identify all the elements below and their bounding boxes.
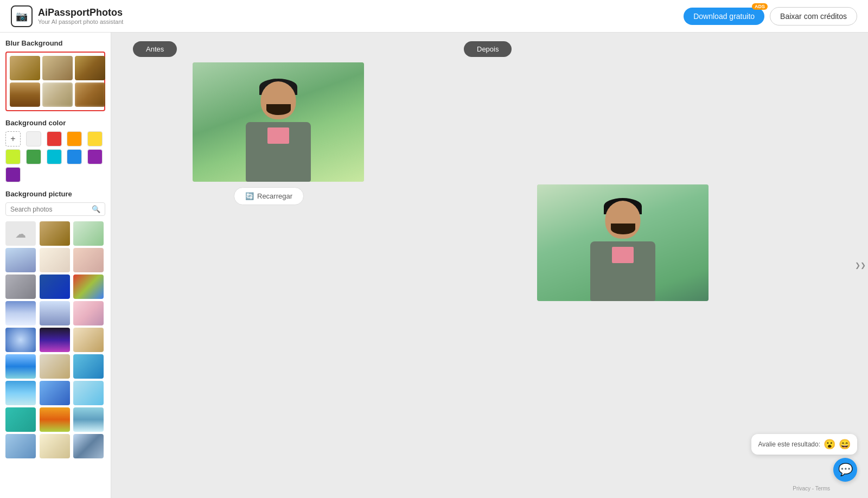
content-area: Antes Depois ❯❯	[111, 33, 868, 498]
logo-area: 📷 AiPassportPhotos Your AI passport phot…	[11, 5, 123, 27]
beard-before	[266, 104, 291, 115]
head-after	[605, 201, 641, 239]
photo-thumb-10[interactable]	[40, 301, 70, 325]
photo-thumb-22[interactable]	[40, 407, 70, 432]
photo-thumb-13[interactable]	[40, 328, 70, 352]
orange-swatch[interactable]	[67, 131, 82, 146]
search-input[interactable]	[10, 206, 92, 213]
photo-thumb-6[interactable]	[5, 274, 36, 299]
tab-after-label: Depois	[477, 45, 499, 53]
white-swatch[interactable]	[26, 131, 41, 146]
tab-after-button[interactable]: Depois	[464, 41, 512, 57]
bg-picture-title: Background picture	[5, 190, 105, 198]
photo-thumb-12[interactable]	[5, 328, 36, 352]
blue-swatch[interactable]	[67, 149, 82, 164]
photo-thumb-5[interactable]	[73, 248, 104, 272]
photo-thumb-24[interactable]	[5, 434, 36, 458]
color-grid: +	[5, 131, 105, 182]
yellow-swatch[interactable]	[87, 131, 103, 146]
blur-bg-title: Blur Background	[5, 39, 105, 47]
photo-thumb-21[interactable]	[5, 407, 36, 432]
download-button[interactable]: ADS Download gratuito	[684, 8, 764, 25]
main-layout: Blur Background Background color + Backg…	[0, 33, 868, 498]
credits-label: Baixar com créditos	[780, 12, 847, 21]
purple-swatch[interactable]	[87, 149, 103, 164]
download-label: Download gratuito	[693, 12, 755, 21]
photo-thumb-1[interactable]	[40, 221, 70, 246]
shirt-before	[267, 127, 289, 144]
blur-thumb-5[interactable]	[42, 82, 73, 107]
body-before	[246, 122, 311, 182]
lime-swatch[interactable]	[5, 149, 21, 164]
collapse-arrow[interactable]: ❯❯	[855, 261, 866, 269]
photo-thumb-4[interactable]	[40, 248, 70, 272]
privacy-note: Privacy - Terms	[793, 486, 830, 491]
head-before	[261, 81, 296, 119]
photo-thumb-23[interactable]	[73, 407, 104, 432]
rating-label: Avalie este resultado:	[758, 440, 820, 448]
photo-thumb-14[interactable]	[73, 328, 104, 352]
photo-thumb-2[interactable]	[73, 221, 104, 246]
bg-color-title: Background color	[5, 119, 105, 127]
search-icon: 🔍	[92, 205, 100, 213]
upload-photo-thumb[interactable]: ☁	[5, 221, 36, 246]
logo-title: AiPassportPhotos	[38, 7, 123, 18]
photo-thumb-7[interactable]	[40, 274, 70, 299]
search-box: 🔍	[5, 202, 105, 216]
reload-icon: 🔄	[245, 192, 254, 200]
header-buttons: ADS Download gratuito Baixar com crédito…	[684, 7, 857, 25]
tab-before-button[interactable]: Antes	[133, 41, 177, 57]
emoji-sad[interactable]: 😮	[824, 438, 835, 450]
chat-bubble-button[interactable]: 💬	[833, 458, 857, 482]
logo-text-wrap: AiPassportPhotos Your AI passport photo …	[38, 7, 123, 25]
photo-thumb-18[interactable]	[5, 381, 36, 405]
blur-thumb-4[interactable]	[10, 82, 40, 107]
blur-thumb-3[interactable]	[75, 56, 105, 80]
reload-button[interactable]: 🔄 Recarregar	[234, 187, 304, 205]
photo-thumb-11[interactable]	[73, 301, 104, 325]
body-after	[590, 241, 655, 301]
ads-badge: ADS	[752, 3, 768, 10]
man-figure-before	[235, 81, 322, 182]
custom-color-swatch[interactable]: +	[5, 131, 21, 146]
before-image	[193, 62, 364, 182]
credits-button[interactable]: Baixar com créditos	[770, 7, 857, 25]
photo-thumb-9[interactable]	[5, 301, 36, 325]
sidebar: Blur Background Background color + Backg…	[0, 33, 111, 498]
photo-thumb-16[interactable]	[40, 354, 70, 379]
blur-bg-grid	[5, 52, 105, 111]
photo-thumb-17[interactable]	[73, 354, 104, 379]
logo-subtitle: Your AI passport photo assistant	[38, 18, 123, 25]
photo-thumb-8[interactable]	[73, 274, 104, 299]
photo-thumb-3[interactable]	[5, 248, 36, 272]
photo-thumb-19[interactable]	[40, 381, 70, 405]
blur-thumb-2[interactable]	[42, 56, 73, 80]
header: 📷 AiPassportPhotos Your AI passport phot…	[0, 0, 868, 33]
blur-thumb-6[interactable]	[75, 82, 105, 107]
tab-before-label: Antes	[146, 45, 164, 53]
photo-thumb-26[interactable]	[73, 434, 104, 458]
beard-after	[611, 224, 635, 234]
shirt-after	[612, 247, 634, 263]
blur-thumb-1[interactable]	[10, 56, 40, 80]
cyan-swatch[interactable]	[47, 149, 62, 164]
emoji-happy[interactable]: 😄	[839, 438, 851, 450]
rating-widget: Avalie este resultado: 😮 😄	[751, 434, 857, 455]
chat-icon: 💬	[838, 463, 853, 477]
reload-label: Recarregar	[257, 192, 292, 200]
camera-icon: 📷	[16, 10, 28, 22]
privacy-label: Privacy - Terms	[793, 486, 830, 491]
man-figure-after	[579, 201, 666, 301]
photo-thumb-20[interactable]	[73, 381, 104, 405]
after-image	[537, 184, 709, 301]
violet-swatch[interactable]	[5, 167, 21, 182]
photo-thumb-25[interactable]	[40, 434, 70, 458]
photo-thumb-15[interactable]	[5, 354, 36, 379]
green-swatch[interactable]	[26, 149, 41, 164]
red-swatch[interactable]	[47, 131, 62, 146]
logo-icon: 📷	[11, 5, 33, 27]
photo-grid: ☁	[5, 221, 105, 458]
